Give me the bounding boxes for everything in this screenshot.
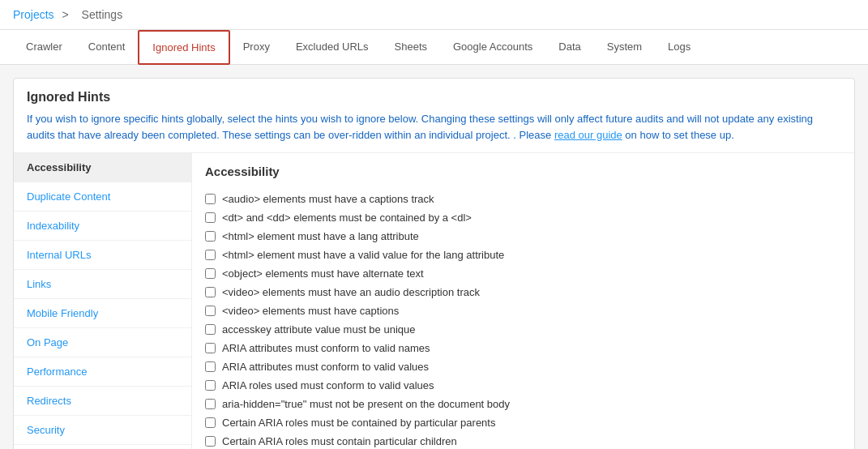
left-nav-mobile-friendly[interactable]: Mobile Friendly <box>14 299 191 328</box>
content-card: Ignored Hints If you wish to ignore spec… <box>13 78 855 449</box>
tab-content[interactable]: Content <box>75 31 139 64</box>
hint-item: ARIA attributes must conform to valid na… <box>205 339 841 357</box>
left-nav-internal-urls[interactable]: Internal URLs <box>14 241 191 270</box>
tab-logs[interactable]: Logs <box>655 31 703 64</box>
tab-crawler[interactable]: Crawler <box>13 31 75 64</box>
hint-item: <dt> and <dd> elements must be contained… <box>205 208 841 227</box>
left-nav-security[interactable]: Security <box>14 416 191 445</box>
hint-label: ARIA roles used must conform to valid va… <box>222 379 434 391</box>
main-content: Ignored Hints If you wish to ignore spec… <box>0 65 868 449</box>
hint-checkbox-5[interactable] <box>205 287 216 297</box>
hint-label: accesskey attribute value must be unique <box>222 323 415 336</box>
tab-sheets[interactable]: Sheets <box>382 31 440 64</box>
right-panel: Accessibility <audio> elements must have… <box>192 153 854 449</box>
hint-item: Certain ARIA roles must be contained by … <box>205 413 841 432</box>
section-title: Ignored Hints <box>27 90 841 105</box>
tab-system[interactable]: System <box>594 31 655 64</box>
tabs-bar: CrawlerContentIgnored HintsProxyExcluded… <box>0 30 868 65</box>
hint-item: accesskey attribute value must be unique <box>205 320 841 339</box>
hints-list: <audio> elements must have a captions tr… <box>205 190 841 449</box>
hint-checkbox-2[interactable] <box>205 231 216 242</box>
left-nav-indexability[interactable]: Indexability <box>14 212 191 241</box>
hint-item: <html> element must have a lang attribut… <box>205 227 841 246</box>
breadcrumb-separator: > <box>62 8 68 21</box>
hint-item: aria-hidden="true" must not be present o… <box>205 395 841 413</box>
hint-label: <html> element must have a valid value f… <box>222 249 504 261</box>
card-header: Ignored Hints If you wish to ignore spec… <box>14 79 854 152</box>
hint-checkbox-11[interactable] <box>205 399 216 409</box>
hint-label: aria-hidden="true" must not be present o… <box>222 398 510 410</box>
read-guide-link[interactable]: read our guide <box>554 129 622 141</box>
card-body: AccessibilityDuplicate ContentIndexabili… <box>14 152 854 449</box>
hint-checkbox-9[interactable] <box>205 361 216 372</box>
hint-item: ARIA attributes must conform to valid va… <box>205 357 841 376</box>
hint-checkbox-1[interactable] <box>205 212 216 223</box>
hint-checkbox-4[interactable] <box>205 268 216 279</box>
description-text-2: on how to set these up. <box>622 129 734 141</box>
left-nav-duplicate-content[interactable]: Duplicate Content <box>14 182 191 212</box>
left-nav-accessibility[interactable]: Accessibility <box>14 153 191 182</box>
hint-item: <audio> elements must have a captions tr… <box>205 190 841 208</box>
hint-label: <dt> and <dd> elements must be contained… <box>222 212 472 224</box>
hint-label: ARIA attributes must conform to valid va… <box>222 361 429 373</box>
hint-checkbox-6[interactable] <box>205 306 216 316</box>
left-nav-redirects[interactable]: Redirects <box>14 387 191 416</box>
hint-checkbox-12[interactable] <box>205 417 216 428</box>
left-nav-links[interactable]: Links <box>14 270 191 299</box>
tab-data[interactable]: Data <box>545 31 593 64</box>
right-panel-title: Accessibility <box>205 165 841 178</box>
hint-item: <object> elements must have alternate te… <box>205 264 841 283</box>
hint-label: <audio> elements must have a captions tr… <box>222 193 434 205</box>
tab-excluded-urls[interactable]: Excluded URLs <box>283 31 382 64</box>
tab-proxy[interactable]: Proxy <box>230 31 283 64</box>
hint-label: <video> elements must have an audio desc… <box>222 286 480 298</box>
hint-checkbox-13[interactable] <box>205 436 216 447</box>
hint-item: <video> elements must have an audio desc… <box>205 283 841 301</box>
hint-label: <html> element must have a lang attribut… <box>222 230 419 242</box>
tab-ignored-hints[interactable]: Ignored Hints <box>138 30 229 65</box>
left-nav-performance[interactable]: Performance <box>14 357 191 387</box>
left-nav: AccessibilityDuplicate ContentIndexabili… <box>14 153 192 449</box>
tab-google-accounts[interactable]: Google Accounts <box>440 31 545 64</box>
hint-label: <object> elements must have alternate te… <box>222 267 424 280</box>
hint-label: <video> elements must have captions <box>222 305 399 317</box>
hint-label: ARIA attributes must conform to valid na… <box>222 342 430 354</box>
left-nav-on-page[interactable]: On Page <box>14 328 191 357</box>
hint-item: Certain ARIA roles must contain particul… <box>205 432 841 449</box>
breadcrumb-current: Settings <box>82 8 123 21</box>
hint-label: Certain ARIA roles must contain particul… <box>222 435 457 447</box>
hint-checkbox-3[interactable] <box>205 250 216 260</box>
hint-item: <html> element must have a valid value f… <box>205 246 841 264</box>
hint-checkbox-8[interactable] <box>205 343 216 353</box>
hint-label: Certain ARIA roles must be contained by … <box>222 417 495 429</box>
hint-checkbox-10[interactable] <box>205 380 216 391</box>
left-nav-xml-sitemaps[interactable]: XML Sitemaps <box>14 445 191 449</box>
hint-item: ARIA roles used must conform to valid va… <box>205 376 841 395</box>
hint-checkbox-7[interactable] <box>205 324 216 335</box>
hint-item: <video> elements must have captions <box>205 301 841 320</box>
breadcrumb-projects-link[interactable]: Projects <box>13 8 54 21</box>
hint-checkbox-0[interactable] <box>205 194 216 204</box>
breadcrumb: Projects > Settings <box>0 0 868 30</box>
card-description: If you wish to ignore specific hints glo… <box>27 111 841 143</box>
